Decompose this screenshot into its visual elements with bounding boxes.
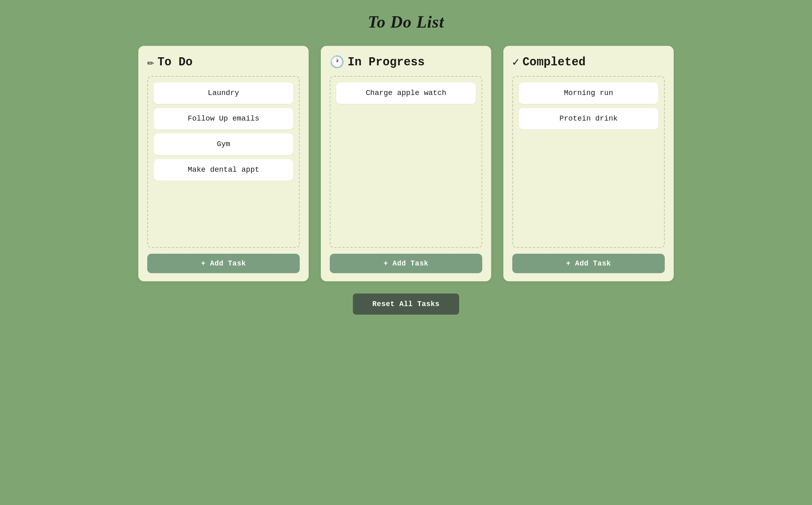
checkmark-icon: ✓ <box>512 55 519 69</box>
board-header-completed: ✓ Completed <box>512 55 665 69</box>
board-inprogress: 🕐 In ProgressCharge apple watch+ Add Tas… <box>321 46 491 281</box>
task-item-task-2[interactable]: Follow Up emails <box>154 108 293 129</box>
boards-container: ✏️ To DoLaundryFollow Up emailsGymMake d… <box>126 46 686 281</box>
clock-icon: 🕐 <box>330 55 344 69</box>
board-header-todo: ✏️ To Do <box>147 55 300 69</box>
task-item-task-1[interactable]: Laundry <box>154 82 293 104</box>
reset-all-button[interactable]: Reset All Tasks <box>353 294 459 315</box>
task-item-task-5[interactable]: Charge apple watch <box>336 82 476 104</box>
task-item-task-3[interactable]: Gym <box>154 134 293 155</box>
board-title-inprogress: In Progress <box>348 56 425 69</box>
board-title-completed: Completed <box>522 56 586 69</box>
add-task-button-todo[interactable]: + Add Task <box>147 254 300 273</box>
page-title: To Do List <box>368 12 445 32</box>
add-task-button-completed[interactable]: + Add Task <box>512 254 665 273</box>
pencil-icon: ✏️ <box>147 55 154 69</box>
tasks-area-inprogress: Charge apple watch <box>330 76 482 248</box>
task-item-task-4[interactable]: Make dental appt <box>154 159 293 181</box>
task-item-task-6[interactable]: Morning run <box>519 82 658 104</box>
add-task-button-inprogress[interactable]: + Add Task <box>330 254 482 273</box>
board-completed: ✓ CompletedMorning runProtein drink+ Add… <box>503 46 674 281</box>
board-title-todo: To Do <box>157 56 192 69</box>
tasks-area-todo: LaundryFollow Up emailsGymMake dental ap… <box>147 76 300 248</box>
tasks-area-completed: Morning runProtein drink <box>512 76 665 248</box>
board-header-inprogress: 🕐 In Progress <box>330 55 482 69</box>
task-item-task-7[interactable]: Protein drink <box>519 108 658 129</box>
board-todo: ✏️ To DoLaundryFollow Up emailsGymMake d… <box>138 46 309 281</box>
